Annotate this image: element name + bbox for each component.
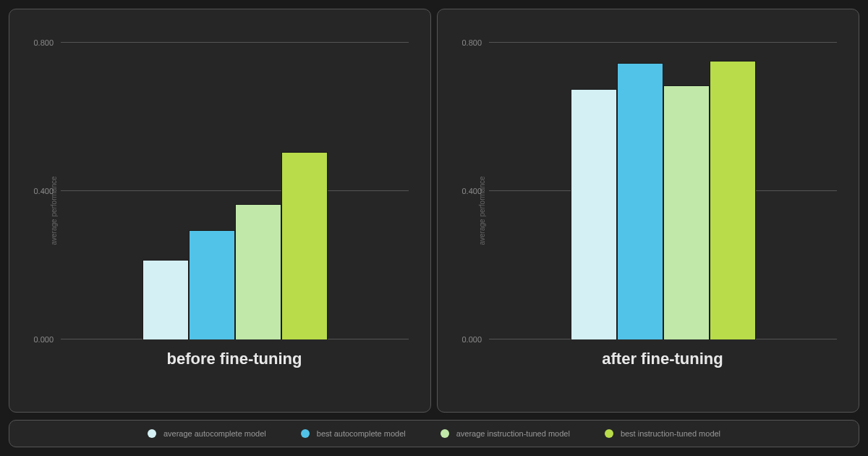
legend-label: best instruction-tuned model: [621, 429, 720, 438]
bars-group: [61, 24, 409, 339]
charts-row: average performance 0.0000.4000.800 befo…: [9, 9, 859, 413]
y-tick-label: 0.000: [33, 335, 54, 344]
bar: [189, 230, 235, 339]
plot-area-after: 0.0000.4000.800: [488, 24, 837, 339]
chart-panel-after: average performance 0.0000.4000.800 afte…: [437, 9, 859, 413]
plot-area-before: 0.0000.4000.800: [60, 24, 409, 339]
y-tick-label: 0.800: [461, 38, 482, 47]
bars-group: [489, 24, 837, 339]
bar: [235, 204, 281, 339]
bar: [617, 63, 663, 339]
bar: [710, 61, 756, 339]
bar: [281, 152, 328, 339]
legend-label: average autocomplete model: [163, 429, 266, 438]
legend-swatch-icon: [148, 429, 156, 438]
bar: [142, 260, 189, 339]
legend-label: average instruction-tuned model: [456, 429, 570, 438]
legend-item: average instruction-tuned model: [441, 429, 570, 438]
legend-swatch-icon: [301, 429, 310, 438]
chart-panel-before: average performance 0.0000.4000.800 befo…: [9, 9, 431, 413]
legend: average autocomplete model best autocomp…: [9, 420, 859, 447]
y-tick-label: 0.000: [461, 335, 482, 344]
bar: [663, 85, 710, 339]
legend-item: average autocomplete model: [148, 429, 266, 438]
bar: [571, 89, 617, 339]
legend-label: best autocomplete model: [317, 429, 406, 438]
y-tick-label: 0.400: [461, 187, 482, 195]
legend-swatch-icon: [441, 429, 449, 438]
legend-item: best autocomplete model: [301, 429, 406, 438]
legend-swatch-icon: [605, 429, 613, 438]
chart-title-after: after fine-tuning: [488, 350, 837, 368]
y-tick-label: 0.400: [33, 187, 54, 195]
y-tick-label: 0.800: [33, 38, 54, 47]
legend-item: best instruction-tuned model: [605, 429, 720, 438]
chart-title-before: before fine-tuning: [60, 350, 409, 368]
